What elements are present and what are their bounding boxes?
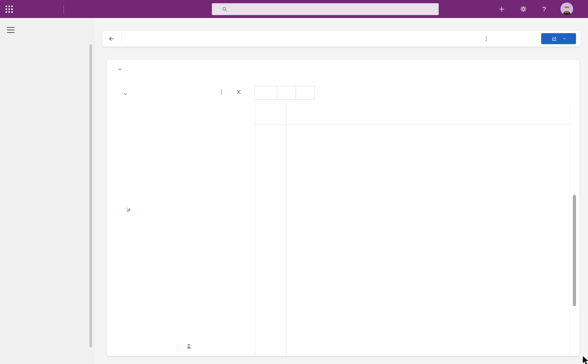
overflow-menu-icon[interactable] <box>483 35 490 42</box>
entity-mini-icon <box>126 208 131 212</box>
next-button[interactable] <box>296 86 315 100</box>
command-bar <box>102 31 581 47</box>
calendar-date-label <box>328 86 410 100</box>
global-search[interactable] <box>212 3 439 15</box>
chart-y-axis-label <box>125 136 131 284</box>
add-icon[interactable] <box>495 0 509 18</box>
hamburger-menu-icon[interactable] <box>7 27 15 33</box>
share-icon <box>551 36 557 42</box>
command-divider <box>121 35 122 43</box>
search-input[interactable] <box>232 6 438 12</box>
calendar-scrollbar[interactable] <box>573 195 576 306</box>
back-button[interactable] <box>277 86 296 100</box>
user-avatar[interactable] <box>560 3 573 15</box>
share-button[interactable] <box>541 33 576 44</box>
settings-gear-icon[interactable] <box>516 0 530 18</box>
sidebar <box>0 18 95 364</box>
help-icon[interactable]: ? <box>537 0 551 18</box>
time-gutter-border <box>286 104 286 356</box>
search-icon <box>222 6 228 12</box>
calendar-nav-buttons <box>255 86 315 100</box>
mouse-cursor <box>582 356 588 364</box>
back-arrow-icon[interactable] <box>108 35 115 42</box>
all-day-row-border <box>255 124 570 124</box>
chart-legend <box>142 343 238 349</box>
app-launcher-waffle-icon[interactable] <box>3 4 15 14</box>
panel-divider <box>255 84 255 356</box>
calendar-right-border <box>570 104 570 356</box>
top-app-bar: ? <box>0 0 588 18</box>
today-button[interactable] <box>254 86 277 100</box>
topbar-divider <box>64 5 64 13</box>
technician-icon <box>186 343 192 349</box>
bar-chart <box>107 60 255 356</box>
sidebar-scrollbar[interactable] <box>89 44 92 347</box>
main-content-card <box>107 60 579 356</box>
share-chevron-icon <box>562 37 567 41</box>
